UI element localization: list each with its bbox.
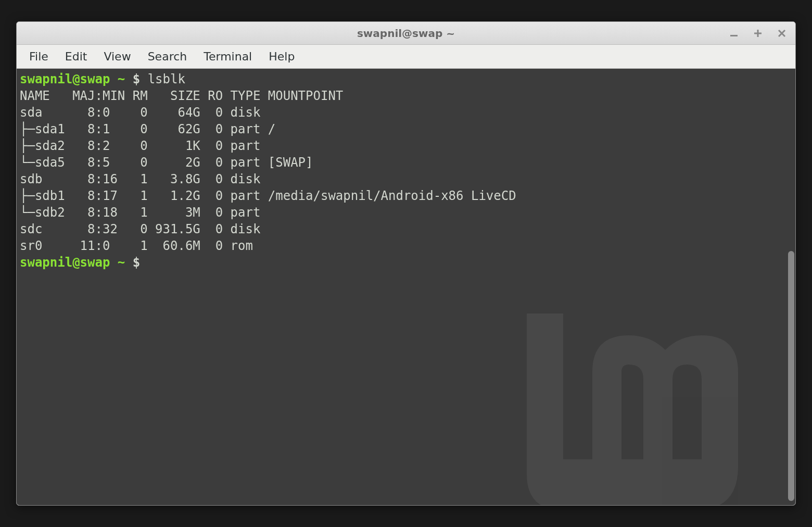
scrollbar[interactable] — [788, 251, 794, 501]
lsblk-row: ├─sda1 8:1 0 62G 0 part / — [20, 122, 275, 136]
lsblk-row: └─sda5 8:5 0 2G 0 part [SWAP] — [20, 155, 313, 170]
minimize-icon — [729, 29, 739, 38]
lsblk-row: └─sdb2 8:18 1 3M 0 part — [20, 205, 268, 220]
prompt-path: ~ — [118, 255, 125, 270]
menu-help[interactable]: Help — [261, 47, 302, 66]
plus-icon — [753, 29, 763, 38]
menu-search[interactable]: Search — [141, 47, 195, 66]
menubar: File Edit View Search Terminal Help — [17, 45, 795, 69]
maximize-button[interactable] — [751, 26, 765, 41]
svg-rect-0 — [730, 35, 738, 36]
prompt-user: swapnil@swap — [20, 72, 110, 86]
lsblk-header: NAME MAJ:MIN RM SIZE RO TYPE MOUNTPOINT — [20, 89, 343, 103]
menu-edit[interactable]: Edit — [58, 47, 95, 66]
menu-terminal[interactable]: Terminal — [196, 47, 259, 66]
window-controls — [727, 22, 789, 44]
terminal-content[interactable]: swapnil@swap ~ $ lsblk NAME MAJ:MIN RM S… — [17, 69, 795, 273]
window-title: swapnil@swap ~ — [357, 27, 455, 40]
titlebar[interactable]: swapnil@swap ~ — [17, 22, 795, 45]
prompt-symbol: $ — [133, 255, 140, 270]
terminal-area[interactable]: swapnil@swap ~ $ lsblk NAME MAJ:MIN RM S… — [17, 69, 795, 505]
lsblk-row: sdc 8:32 0 931.5G 0 disk — [20, 222, 268, 236]
lsblk-row: ├─sda2 8:2 0 1K 0 part — [20, 139, 268, 153]
prompt-user: swapnil@swap — [20, 255, 110, 270]
close-icon — [777, 29, 786, 38]
minimize-button[interactable] — [727, 26, 741, 41]
terminal-window: swapnil@swap ~ File Edit View Search Ter… — [16, 21, 796, 506]
menu-view[interactable]: View — [96, 47, 138, 66]
lsblk-row: sdb 8:16 1 3.8G 0 disk — [20, 172, 268, 186]
prompt-symbol: $ — [133, 72, 140, 86]
mint-logo-watermark — [483, 255, 775, 505]
close-button[interactable] — [775, 26, 789, 41]
prompt-path: ~ — [118, 72, 125, 86]
menu-file[interactable]: File — [22, 47, 56, 66]
svg-rect-2 — [754, 32, 762, 34]
command-text: lsblk — [148, 72, 185, 86]
lsblk-row: ├─sdb1 8:17 1 1.2G 0 part /media/swapnil… — [20, 189, 516, 203]
lsblk-row: sr0 11:0 1 60.6M 0 rom — [20, 239, 268, 253]
lsblk-row: sda 8:0 0 64G 0 disk — [20, 105, 268, 120]
